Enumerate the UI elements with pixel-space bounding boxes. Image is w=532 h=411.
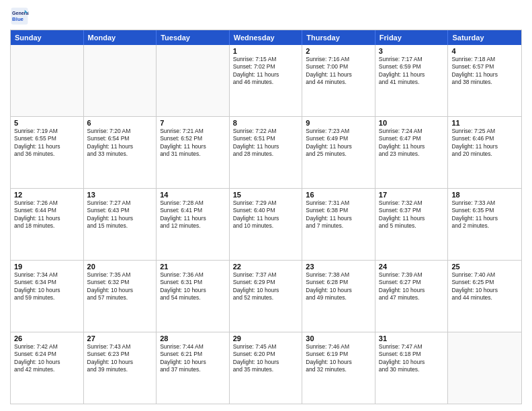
day-number: 5 (14, 119, 80, 127)
cell-info: Sunrise: 7:20 AM Sunset: 6:54 PM Dayligh… (87, 128, 153, 158)
cell-info: Sunrise: 7:26 AM Sunset: 6:44 PM Dayligh… (14, 199, 80, 230)
day-number: 1 (233, 47, 299, 55)
cell-info: Sunrise: 7:29 AM Sunset: 6:40 PM Dayligh… (233, 199, 299, 230)
cell-info: Sunrise: 7:37 AM Sunset: 6:29 PM Dayligh… (233, 271, 299, 302)
cell-info: Sunrise: 7:40 AM Sunset: 6:25 PM Dayligh… (451, 271, 518, 302)
cell-info: Sunrise: 7:31 AM Sunset: 6:38 PM Dayligh… (306, 199, 371, 230)
day-number: 4 (451, 47, 518, 55)
page: General Blue SundayMondayTuesdayWednesda… (0, 0, 532, 411)
cell-info: Sunrise: 7:35 AM Sunset: 6:32 PM Dayligh… (87, 271, 153, 302)
day-cell-31: 31Sunrise: 7:47 AM Sunset: 6:18 PM Dayli… (375, 332, 449, 404)
day-cell-11: 11Sunrise: 7:25 AM Sunset: 6:46 PM Dayli… (448, 117, 521, 188)
day-cell-4: 4Sunrise: 7:18 AM Sunset: 6:57 PM Daylig… (448, 45, 521, 116)
day-number: 30 (306, 334, 371, 342)
day-cell-5: 5Sunrise: 7:19 AM Sunset: 6:55 PM Daylig… (11, 117, 84, 188)
calendar-row-0: 1Sunrise: 7:15 AM Sunset: 7:02 PM Daylig… (11, 45, 521, 116)
day-number: 16 (306, 191, 371, 199)
day-header-friday: Friday (375, 30, 449, 45)
day-cell-13: 13Sunrise: 7:27 AM Sunset: 6:43 PM Dayli… (84, 189, 157, 260)
calendar: SundayMondayTuesdayWednesdayThursdayFrid… (10, 30, 522, 404)
cell-info: Sunrise: 7:38 AM Sunset: 6:28 PM Dayligh… (306, 271, 371, 302)
empty-cell-0-1 (84, 45, 157, 116)
cell-info: Sunrise: 7:36 AM Sunset: 6:31 PM Dayligh… (160, 271, 226, 302)
cell-info: Sunrise: 7:27 AM Sunset: 6:43 PM Dayligh… (87, 199, 153, 230)
svg-text:Blue: Blue (12, 16, 24, 22)
cell-info: Sunrise: 7:28 AM Sunset: 6:41 PM Dayligh… (160, 199, 226, 230)
day-cell-28: 28Sunrise: 7:44 AM Sunset: 6:21 PM Dayli… (157, 332, 230, 404)
day-cell-16: 16Sunrise: 7:31 AM Sunset: 6:38 PM Dayli… (302, 189, 375, 260)
day-cell-8: 8Sunrise: 7:22 AM Sunset: 6:51 PM Daylig… (230, 117, 303, 188)
calendar-row-3: 19Sunrise: 7:34 AM Sunset: 6:34 PM Dayli… (11, 260, 521, 332)
calendar-header: SundayMondayTuesdayWednesdayThursdayFrid… (11, 30, 521, 45)
day-header-tuesday: Tuesday (157, 30, 230, 45)
empty-cell-0-2 (157, 45, 230, 116)
day-number: 23 (306, 263, 371, 271)
cell-info: Sunrise: 7:18 AM Sunset: 6:57 PM Dayligh… (451, 56, 518, 87)
cell-info: Sunrise: 7:17 AM Sunset: 6:59 PM Dayligh… (379, 56, 445, 87)
cell-info: Sunrise: 7:15 AM Sunset: 7:02 PM Dayligh… (233, 56, 299, 87)
calendar-row-4: 26Sunrise: 7:42 AM Sunset: 6:24 PM Dayli… (11, 332, 521, 404)
cell-info: Sunrise: 7:23 AM Sunset: 6:49 PM Dayligh… (306, 128, 371, 158)
cell-info: Sunrise: 7:16 AM Sunset: 7:00 PM Dayligh… (306, 56, 371, 87)
day-cell-21: 21Sunrise: 7:36 AM Sunset: 6:31 PM Dayli… (157, 261, 230, 332)
day-cell-23: 23Sunrise: 7:38 AM Sunset: 6:28 PM Dayli… (302, 261, 375, 332)
day-number: 2 (306, 47, 371, 55)
empty-cell-4-6 (448, 332, 521, 404)
cell-info: Sunrise: 7:47 AM Sunset: 6:18 PM Dayligh… (379, 343, 445, 374)
day-number: 8 (233, 119, 299, 127)
day-cell-12: 12Sunrise: 7:26 AM Sunset: 6:44 PM Dayli… (11, 189, 84, 260)
day-number: 10 (379, 119, 445, 127)
cell-info: Sunrise: 7:42 AM Sunset: 6:24 PM Dayligh… (14, 343, 80, 374)
day-header-sunday: Sunday (11, 30, 84, 45)
cell-info: Sunrise: 7:39 AM Sunset: 6:27 PM Dayligh… (379, 271, 445, 302)
day-number: 9 (306, 119, 371, 127)
day-cell-25: 25Sunrise: 7:40 AM Sunset: 6:25 PM Dayli… (448, 261, 521, 332)
day-cell-2: 2Sunrise: 7:16 AM Sunset: 7:00 PM Daylig… (302, 45, 375, 116)
cell-info: Sunrise: 7:43 AM Sunset: 6:23 PM Dayligh… (87, 343, 153, 374)
day-cell-19: 19Sunrise: 7:34 AM Sunset: 6:34 PM Dayli… (11, 261, 84, 332)
day-cell-15: 15Sunrise: 7:29 AM Sunset: 6:40 PM Dayli… (230, 189, 303, 260)
calendar-body: 1Sunrise: 7:15 AM Sunset: 7:02 PM Daylig… (11, 45, 521, 404)
day-number: 21 (160, 263, 226, 271)
day-cell-1: 1Sunrise: 7:15 AM Sunset: 7:02 PM Daylig… (230, 45, 303, 116)
day-cell-29: 29Sunrise: 7:45 AM Sunset: 6:20 PM Dayli… (230, 332, 303, 404)
day-cell-18: 18Sunrise: 7:33 AM Sunset: 6:35 PM Dayli… (448, 189, 521, 260)
cell-info: Sunrise: 7:25 AM Sunset: 6:46 PM Dayligh… (451, 128, 518, 158)
day-cell-27: 27Sunrise: 7:43 AM Sunset: 6:23 PM Dayli… (84, 332, 157, 404)
day-cell-6: 6Sunrise: 7:20 AM Sunset: 6:54 PM Daylig… (84, 117, 157, 188)
cell-info: Sunrise: 7:46 AM Sunset: 6:19 PM Dayligh… (306, 343, 371, 374)
day-cell-9: 9Sunrise: 7:23 AM Sunset: 6:49 PM Daylig… (302, 117, 375, 188)
day-cell-22: 22Sunrise: 7:37 AM Sunset: 6:29 PM Dayli… (230, 261, 303, 332)
cell-info: Sunrise: 7:45 AM Sunset: 6:20 PM Dayligh… (233, 343, 299, 374)
day-number: 20 (87, 263, 153, 271)
day-number: 12 (14, 191, 80, 199)
cell-info: Sunrise: 7:22 AM Sunset: 6:51 PM Dayligh… (233, 128, 299, 158)
cell-info: Sunrise: 7:24 AM Sunset: 6:47 PM Dayligh… (379, 128, 445, 158)
day-number: 29 (233, 334, 299, 342)
day-cell-7: 7Sunrise: 7:21 AM Sunset: 6:52 PM Daylig… (157, 117, 230, 188)
day-number: 31 (379, 334, 445, 342)
header: General Blue (10, 7, 522, 26)
cell-info: Sunrise: 7:21 AM Sunset: 6:52 PM Dayligh… (160, 128, 226, 158)
cell-info: Sunrise: 7:34 AM Sunset: 6:34 PM Dayligh… (14, 271, 80, 302)
day-cell-14: 14Sunrise: 7:28 AM Sunset: 6:41 PM Dayli… (157, 189, 230, 260)
day-number: 25 (451, 263, 518, 271)
day-cell-3: 3Sunrise: 7:17 AM Sunset: 6:59 PM Daylig… (375, 45, 449, 116)
day-cell-17: 17Sunrise: 7:32 AM Sunset: 6:37 PM Dayli… (375, 189, 449, 260)
day-number: 14 (160, 191, 226, 199)
day-header-wednesday: Wednesday (230, 30, 303, 45)
cell-info: Sunrise: 7:33 AM Sunset: 6:35 PM Dayligh… (451, 199, 518, 230)
day-number: 27 (87, 334, 153, 342)
day-cell-26: 26Sunrise: 7:42 AM Sunset: 6:24 PM Dayli… (11, 332, 84, 404)
day-number: 6 (87, 119, 153, 127)
day-number: 22 (233, 263, 299, 271)
day-number: 11 (451, 119, 518, 127)
cell-info: Sunrise: 7:19 AM Sunset: 6:55 PM Dayligh… (14, 128, 80, 158)
cell-info: Sunrise: 7:32 AM Sunset: 6:37 PM Dayligh… (379, 199, 445, 230)
day-number: 18 (451, 191, 518, 199)
day-number: 13 (87, 191, 153, 199)
day-cell-20: 20Sunrise: 7:35 AM Sunset: 6:32 PM Dayli… (84, 261, 157, 332)
day-number: 15 (233, 191, 299, 199)
day-header-saturday: Saturday (448, 30, 521, 45)
logo: General Blue (10, 7, 32, 26)
